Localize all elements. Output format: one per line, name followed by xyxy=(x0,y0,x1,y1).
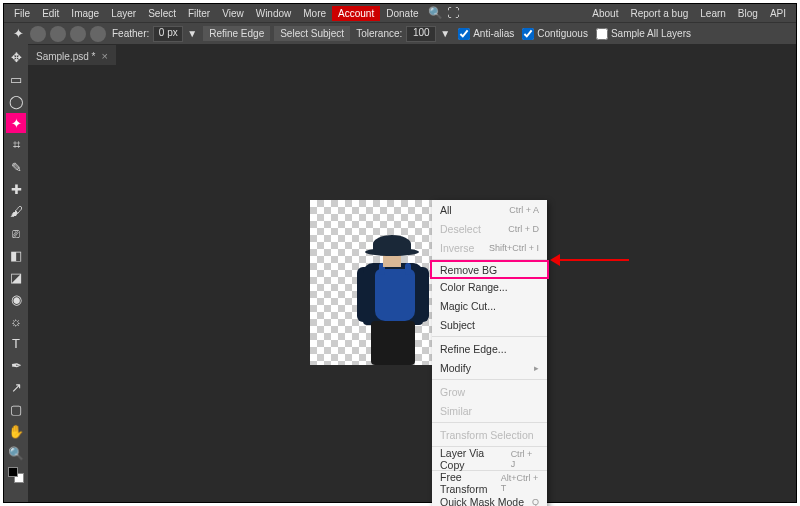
sample-all-checkbox[interactable] xyxy=(596,28,608,40)
menu-image[interactable]: Image xyxy=(65,6,105,21)
tool-eyedropper[interactable]: ✎ xyxy=(6,157,26,177)
menu-item-shortcut: Ctrl + A xyxy=(509,205,539,215)
contiguous-checkbox[interactable] xyxy=(522,28,534,40)
antialias-checkbox[interactable] xyxy=(458,28,470,40)
tool-move[interactable]: ✥ xyxy=(6,47,26,67)
about-link[interactable]: About xyxy=(586,6,624,21)
report-bug-link[interactable]: Report a bug xyxy=(624,6,694,21)
refine-edge-button[interactable]: Refine Edge xyxy=(203,26,270,41)
menu-item-label: Free Transform xyxy=(440,471,501,495)
context-menu: AllCtrl + ADeselectCtrl + DInverseShift+… xyxy=(432,200,547,506)
mode-add-icon[interactable] xyxy=(50,26,66,42)
menu-item-refine-edge[interactable]: Refine Edge... xyxy=(432,339,547,358)
feather-label: Feather: xyxy=(112,28,149,39)
tool-pen[interactable]: ✒ xyxy=(6,355,26,375)
menu-item-shortcut: Ctrl + D xyxy=(508,224,539,234)
menu-item-subject[interactable]: Subject xyxy=(432,315,547,334)
menu-item-label: Inverse xyxy=(440,242,474,254)
menu-item-deselect: DeselectCtrl + D xyxy=(432,219,547,238)
menu-file[interactable]: File xyxy=(8,6,36,21)
menu-item-remove-bg[interactable]: Remove BG xyxy=(430,260,549,279)
menu-item-modify[interactable]: Modify▸ xyxy=(432,358,547,377)
dropdown-icon-2[interactable]: ▼ xyxy=(440,28,450,39)
tolerance-input[interactable]: 100 xyxy=(406,26,436,42)
menu-item-inverse: InverseShift+Ctrl + I xyxy=(432,238,547,257)
menu-item-transform-selection: Transform Selection xyxy=(432,425,547,444)
menu-item-label: Modify xyxy=(440,362,471,374)
document-tab[interactable]: Sample.psd * × xyxy=(28,45,116,65)
tool-lasso[interactable]: ◯ xyxy=(6,91,26,111)
tool-stamp[interactable]: ⎚ xyxy=(6,223,26,243)
mode-new-icon[interactable] xyxy=(30,26,46,42)
donate-button[interactable]: Donate xyxy=(380,6,424,21)
tool-panel: ✥▭◯✦⌗✎✚🖌⎚◧◪◉☼T✒↗▢✋🔍 xyxy=(4,44,28,502)
contiguous-label: Contiguous xyxy=(537,28,588,39)
tool-path[interactable]: ↗ xyxy=(6,377,26,397)
blog-link[interactable]: Blog xyxy=(732,6,764,21)
tool-heal[interactable]: ✚ xyxy=(6,179,26,199)
color-swatches[interactable] xyxy=(6,465,26,485)
menu-window[interactable]: Window xyxy=(250,6,298,21)
menu-item-shortcut: ▸ xyxy=(534,363,539,373)
menu-item-similar: Similar xyxy=(432,401,547,420)
learn-link[interactable]: Learn xyxy=(694,6,732,21)
dropdown-icon[interactable]: ▼ xyxy=(187,28,197,39)
current-tool-icon: ✦ xyxy=(8,24,28,44)
tool-brush[interactable]: 🖌 xyxy=(6,201,26,221)
tolerance-label: Tolerance: xyxy=(356,28,402,39)
menu-item-label: Remove BG xyxy=(440,264,497,276)
search-icon[interactable]: 🔍 xyxy=(428,6,443,20)
menu-item-all[interactable]: AllCtrl + A xyxy=(432,200,547,219)
menu-view[interactable]: View xyxy=(216,6,250,21)
api-link[interactable]: API xyxy=(764,6,792,21)
menu-bar: File Edit Image Layer Select Filter View… xyxy=(4,4,796,22)
tool-crop[interactable]: ⌗ xyxy=(6,135,26,155)
menu-item-free-transform[interactable]: Free TransformAlt+Ctrl + T xyxy=(432,473,547,492)
menu-item-label: Transform Selection xyxy=(440,429,534,441)
menu-item-layer-via-copy[interactable]: Layer Via CopyCtrl + J xyxy=(432,449,547,468)
close-icon[interactable]: × xyxy=(101,50,107,62)
mode-int-icon[interactable] xyxy=(90,26,106,42)
menu-item-shortcut: Ctrl + J xyxy=(511,449,539,469)
menu-item-label: Refine Edge... xyxy=(440,343,507,355)
account-button[interactable]: Account xyxy=(332,6,380,21)
tool-hand[interactable]: ✋ xyxy=(6,421,26,441)
tool-magic-wand[interactable]: ✦ xyxy=(6,113,26,133)
menu-layer[interactable]: Layer xyxy=(105,6,142,21)
tool-rect[interactable]: ▢ xyxy=(6,399,26,419)
image-subject xyxy=(355,235,437,365)
menu-item-label: Layer Via Copy xyxy=(440,447,511,471)
tool-blur[interactable]: ◉ xyxy=(6,289,26,309)
feather-input[interactable]: 0 px xyxy=(153,26,183,42)
menu-item-label: Quick Mask Mode xyxy=(440,496,524,507)
tool-gradient[interactable]: ◪ xyxy=(6,267,26,287)
tool-type[interactable]: T xyxy=(6,333,26,353)
mode-sub-icon[interactable] xyxy=(70,26,86,42)
tool-dodge[interactable]: ☼ xyxy=(6,311,26,331)
tool-eraser[interactable]: ◧ xyxy=(6,245,26,265)
document-tabs: Sample.psd * × xyxy=(4,44,796,66)
menu-select[interactable]: Select xyxy=(142,6,182,21)
menu-item-label: Color Range... xyxy=(440,281,508,293)
menu-item-color-range[interactable]: Color Range... xyxy=(432,277,547,296)
annotation-arrow xyxy=(559,259,629,261)
tool-rect-select[interactable]: ▭ xyxy=(6,69,26,89)
menu-item-grow: Grow xyxy=(432,382,547,401)
menu-item-label: Deselect xyxy=(440,223,481,235)
menu-filter[interactable]: Filter xyxy=(182,6,216,21)
tool-zoom[interactable]: 🔍 xyxy=(6,443,26,463)
menu-item-shortcut: Shift+Ctrl + I xyxy=(489,243,539,253)
menu-edit[interactable]: Edit xyxy=(36,6,65,21)
menu-item-shortcut: Q xyxy=(532,497,539,507)
menu-item-magic-cut[interactable]: Magic Cut... xyxy=(432,296,547,315)
tab-title: Sample.psd * xyxy=(36,51,95,62)
select-subject-button[interactable]: Select Subject xyxy=(274,26,350,41)
document-canvas[interactable] xyxy=(310,200,432,365)
menu-item-label: Similar xyxy=(440,405,472,417)
menu-item-label: Subject xyxy=(440,319,475,331)
menu-item-label: All xyxy=(440,204,452,216)
fullscreen-icon[interactable]: ⛶ xyxy=(447,6,459,20)
menu-item-label: Grow xyxy=(440,386,465,398)
menu-more[interactable]: More xyxy=(297,6,332,21)
options-bar: ✦ Feather: 0 px ▼ Refine Edge Select Sub… xyxy=(4,22,796,44)
